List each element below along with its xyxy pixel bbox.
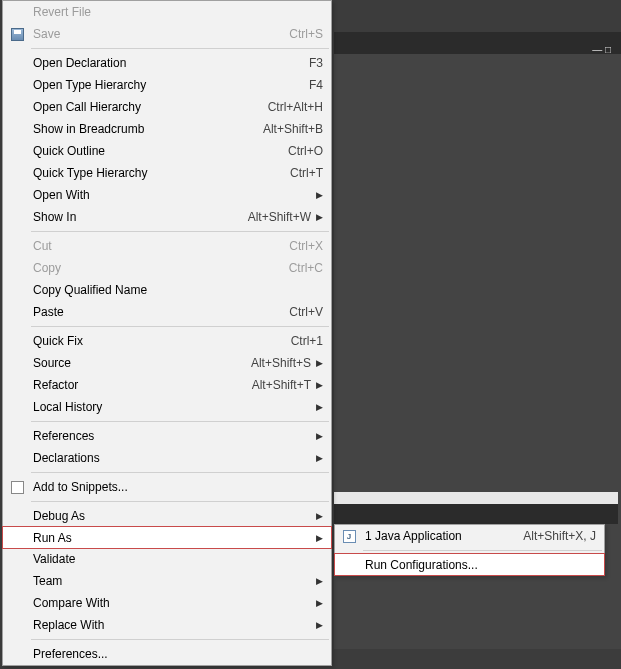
menu-validate[interactable]: Validate <box>3 548 331 570</box>
menu-show-breadcrumb[interactable]: Show in Breadcrumb Alt+Shift+B <box>3 118 331 140</box>
menu-replace-with[interactable]: Replace With ▶ <box>3 614 331 636</box>
shortcut: Ctrl+S <box>289 27 325 41</box>
menu-label: Add to Snippets... <box>31 480 325 494</box>
menu-label: Revert File <box>31 5 325 19</box>
submenu-run-configurations[interactable]: Run Configurations... <box>334 553 605 576</box>
submenu-arrow-icon: ▶ <box>313 511 325 521</box>
menu-revert-file: Revert File <box>3 1 331 23</box>
menu-label: Quick Type Hierarchy <box>31 166 290 180</box>
menu-label: Compare With <box>31 596 313 610</box>
menu-copy: Copy Ctrl+C <box>3 257 331 279</box>
separator <box>363 550 602 551</box>
menu-refactor[interactable]: Refactor Alt+Shift+T ▶ <box>3 374 331 396</box>
menu-label: Preferences... <box>31 647 325 661</box>
menu-run-as[interactable]: Run As ▶ <box>2 526 332 549</box>
separator <box>31 231 329 232</box>
menu-cut: Cut Ctrl+X <box>3 235 331 257</box>
menu-references[interactable]: References ▶ <box>3 425 331 447</box>
shortcut: Alt+Shift+B <box>263 122 325 136</box>
submenu-arrow-icon: ▶ <box>313 453 325 463</box>
menu-copy-qualified-name[interactable]: Copy Qualified Name <box>3 279 331 301</box>
separator <box>31 326 329 327</box>
shortcut: Ctrl+T <box>290 166 325 180</box>
menu-debug-as[interactable]: Debug As ▶ <box>3 505 331 527</box>
shortcut: Alt+Shift+S <box>251 356 313 370</box>
minimize-icon[interactable]: — □ <box>592 44 611 55</box>
panel-divider <box>334 492 618 504</box>
menu-open-declaration[interactable]: Open Declaration F3 <box>3 52 331 74</box>
menu-label: Copy Qualified Name <box>31 283 325 297</box>
run-as-submenu: J 1 Java Application Alt+Shift+X, J Run … <box>334 524 605 576</box>
menu-preferences[interactable]: Preferences... <box>3 643 331 665</box>
submenu-arrow-icon: ▶ <box>313 380 325 390</box>
shortcut: F3 <box>309 56 325 70</box>
separator <box>31 639 329 640</box>
menu-label: Open With <box>31 188 313 202</box>
menu-open-type-hierarchy[interactable]: Open Type Hierarchy F4 <box>3 74 331 96</box>
menu-quick-fix[interactable]: Quick Fix Ctrl+1 <box>3 330 331 352</box>
menu-label: Debug As <box>31 509 313 523</box>
shortcut: Alt+Shift+X, J <box>523 529 598 543</box>
menu-label: Run As <box>31 531 313 545</box>
shortcut: Ctrl+Alt+H <box>268 100 325 114</box>
snippet-icon <box>3 481 31 494</box>
submenu-arrow-icon: ▶ <box>313 358 325 368</box>
menu-label: Save <box>31 27 289 41</box>
shortcut: Ctrl+X <box>289 239 325 253</box>
menu-label: Refactor <box>31 378 252 392</box>
menu-label: Open Call Hierarchy <box>31 100 268 114</box>
menu-source[interactable]: Source Alt+Shift+S ▶ <box>3 352 331 374</box>
shortcut: Ctrl+C <box>289 261 325 275</box>
menu-label: Source <box>31 356 251 370</box>
context-menu: Revert File Save Ctrl+S Open Declaration… <box>2 0 332 666</box>
menu-label: Run Configurations... <box>363 558 598 572</box>
menu-label: Open Declaration <box>31 56 309 70</box>
shortcut: Ctrl+V <box>289 305 325 319</box>
panel-tabbar-dark <box>334 504 618 524</box>
menu-label: Replace With <box>31 618 313 632</box>
save-icon <box>3 28 31 41</box>
menu-label: Declarations <box>31 451 313 465</box>
shortcut: Ctrl+O <box>288 144 325 158</box>
submenu-arrow-icon: ▶ <box>313 402 325 412</box>
submenu-arrow-icon: ▶ <box>313 533 325 543</box>
java-app-icon: J <box>335 530 363 543</box>
submenu-arrow-icon: ▶ <box>313 190 325 200</box>
editor-tabbar-dark <box>334 32 621 54</box>
shortcut: Alt+Shift+T <box>252 378 313 392</box>
menu-label: Cut <box>31 239 289 253</box>
menu-local-history[interactable]: Local History ▶ <box>3 396 331 418</box>
shortcut: Alt+Shift+W <box>248 210 313 224</box>
menu-label: Show In <box>31 210 248 224</box>
submenu-arrow-icon: ▶ <box>313 431 325 441</box>
menu-label: Team <box>31 574 313 588</box>
menu-open-call-hierarchy[interactable]: Open Call Hierarchy Ctrl+Alt+H <box>3 96 331 118</box>
submenu-arrow-icon: ▶ <box>313 598 325 608</box>
menu-save: Save Ctrl+S <box>3 23 331 45</box>
separator <box>31 48 329 49</box>
menu-declarations[interactable]: Declarations ▶ <box>3 447 331 469</box>
submenu-java-application[interactable]: J 1 Java Application Alt+Shift+X, J <box>335 525 604 547</box>
menu-label: Validate <box>31 552 325 566</box>
separator <box>31 501 329 502</box>
menu-label: References <box>31 429 313 443</box>
menu-label: Paste <box>31 305 289 319</box>
menu-open-with[interactable]: Open With ▶ <box>3 184 331 206</box>
shortcut: Ctrl+1 <box>291 334 325 348</box>
menu-compare-with[interactable]: Compare With ▶ <box>3 592 331 614</box>
menu-label: 1 Java Application <box>363 529 523 543</box>
menu-label: Open Type Hierarchy <box>31 78 309 92</box>
menu-quick-outline[interactable]: Quick Outline Ctrl+O <box>3 140 331 162</box>
menu-label: Quick Outline <box>31 144 288 158</box>
menu-paste[interactable]: Paste Ctrl+V <box>3 301 331 323</box>
menu-add-to-snippets[interactable]: Add to Snippets... <box>3 476 331 498</box>
shortcut: F4 <box>309 78 325 92</box>
menu-label: Local History <box>31 400 313 414</box>
menu-quick-type-hierarchy[interactable]: Quick Type Hierarchy Ctrl+T <box>3 162 331 184</box>
menu-team[interactable]: Team ▶ <box>3 570 331 592</box>
submenu-arrow-icon: ▶ <box>313 576 325 586</box>
separator <box>31 421 329 422</box>
menu-show-in[interactable]: Show In Alt+Shift+W ▶ <box>3 206 331 228</box>
menu-label: Quick Fix <box>31 334 291 348</box>
separator <box>31 472 329 473</box>
